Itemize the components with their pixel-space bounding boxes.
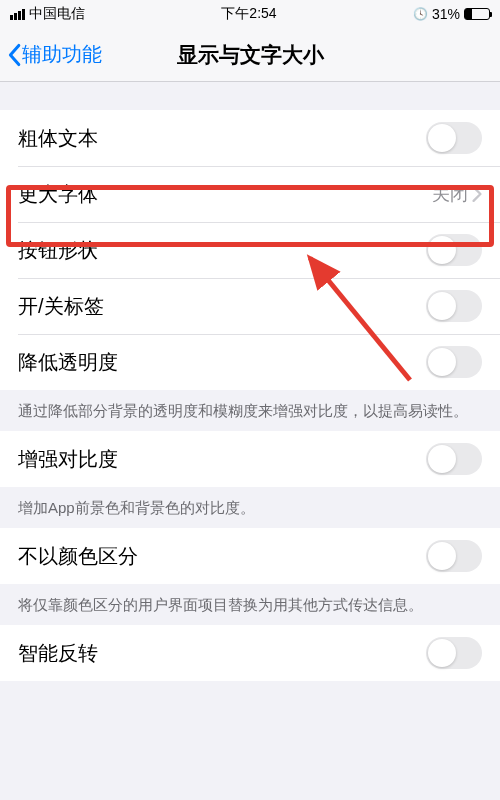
contrast-footer: 增加App前景色和背景色的对比度。 [0,487,500,528]
cell-value: 关闭 [432,182,468,206]
switch-increase-contrast[interactable] [426,443,482,475]
content-scroll[interactable]: 粗体文本 更大字体 关闭 按钮形状 开/关标签 降低透明度 通过降低部分背景的透… [0,82,500,800]
nav-bar: 辅助功能 显示与文字大小 [0,28,500,82]
color-footer: 将仅靠颜色区分的用户界面项目替换为用其他方式传达信息。 [0,584,500,625]
switch-button-shapes[interactable] [426,234,482,266]
back-button[interactable]: 辅助功能 [6,41,102,68]
status-right: 🕓 31% [413,6,490,22]
cell-reduce-transparency[interactable]: 降低透明度 [0,334,500,390]
page-title: 显示与文字大小 [177,41,324,69]
cell-diff-without-color[interactable]: 不以颜色区分 [0,528,500,584]
cell-button-shapes[interactable]: 按钮形状 [0,222,500,278]
battery-percent: 31% [432,6,460,22]
signal-icon [10,9,25,20]
carrier-label: 中国电信 [29,5,85,23]
cell-increase-contrast[interactable]: 增强对比度 [0,431,500,487]
cell-bold-text[interactable]: 粗体文本 [0,110,500,166]
cell-label: 开/关标签 [18,293,426,320]
back-label: 辅助功能 [22,41,102,68]
cell-label: 按钮形状 [18,237,426,264]
cell-label: 粗体文本 [18,125,426,152]
battery-icon [464,8,490,20]
cell-larger-text[interactable]: 更大字体 关闭 [0,166,500,222]
cell-label: 增强对比度 [18,446,426,473]
cell-label: 不以颜色区分 [18,543,426,570]
cell-label: 降低透明度 [18,349,426,376]
status-bar: 中国电信 下午2:54 🕓 31% [0,0,500,28]
cell-smart-invert[interactable]: 智能反转 [0,625,500,681]
cell-label: 更大字体 [18,181,432,208]
switch-reduce-transparency[interactable] [426,346,482,378]
status-time: 下午2:54 [221,5,276,23]
switch-smart-invert[interactable] [426,637,482,669]
cell-on-off-labels[interactable]: 开/关标签 [0,278,500,334]
chevron-left-icon [6,43,22,67]
alarm-icon: 🕓 [413,7,428,21]
switch-bold-text[interactable] [426,122,482,154]
switch-on-off-labels[interactable] [426,290,482,322]
cell-label: 智能反转 [18,640,426,667]
switch-diff-without-color[interactable] [426,540,482,572]
transparency-footer: 通过降低部分背景的透明度和模糊度来增强对比度，以提高易读性。 [0,390,500,431]
chevron-right-icon [472,186,482,202]
status-left: 中国电信 [10,5,85,23]
